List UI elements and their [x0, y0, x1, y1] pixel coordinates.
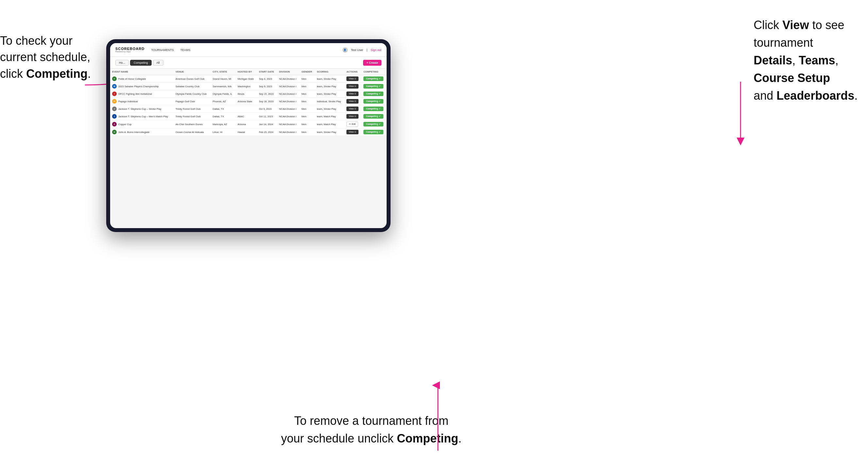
cell-competing: Competing ✓: [362, 128, 386, 136]
cell-hosted: Arizona: [236, 120, 257, 128]
cell-scoring: team, Match Play: [315, 120, 344, 128]
divider: |: [367, 49, 367, 52]
col-city: CITY, STATE: [211, 69, 236, 75]
view-button[interactable]: View ⊙: [346, 84, 359, 89]
cell-start: Sep 4, 2023: [257, 75, 277, 83]
cell-gender: Men: [300, 105, 315, 113]
competing-button[interactable]: Competing ✓: [364, 92, 383, 96]
competing-button[interactable]: Competing ✓: [364, 130, 383, 134]
view-button[interactable]: View ⊙: [346, 106, 359, 111]
cell-gender: Men: [300, 75, 315, 83]
cell-event-name: J Jackson T. Stephens Cup – Stroke Play: [110, 105, 174, 113]
table-row: W 2023 Sahalee Players Championship Saha…: [110, 83, 386, 90]
col-start: START DATE: [257, 69, 277, 75]
table-row: I OFCC Fighting Illini Invitational Olym…: [110, 90, 386, 98]
cell-start: Sep 15, 2023: [257, 90, 277, 98]
competing-button[interactable]: Competing ✓: [364, 84, 383, 89]
cell-venue: Ocean Course At Hokuala: [174, 128, 211, 136]
view-button[interactable]: View ⊙: [346, 76, 359, 81]
view-button[interactable]: View ⊙: [346, 130, 359, 134]
cell-hosted: Hawaii: [236, 128, 257, 136]
cell-venue: Sahalee Country Club: [174, 83, 211, 90]
cell-division: NCAA Division I: [277, 113, 300, 120]
cell-scoring: team, Stroke Play: [315, 90, 344, 98]
cell-division: NCAA Division I: [277, 75, 300, 83]
cell-event-name: P Papago Individual: [110, 98, 174, 105]
create-button[interactable]: + Create: [363, 60, 381, 66]
view-button[interactable]: View ⊙: [346, 92, 359, 96]
cell-actions: View ⊙: [344, 98, 362, 105]
filter-tabs: Ho... Competing All: [115, 60, 163, 66]
cell-competing: Competing ✓: [362, 105, 386, 113]
cell-division: NCAA Division I: [277, 120, 300, 128]
cell-venue: Olympia Fields Country Club: [174, 90, 211, 98]
cell-actions: View ⊙: [344, 75, 362, 83]
cell-scoring: team, Match Play: [315, 113, 344, 120]
col-hosted: HOSTED BY: [236, 69, 257, 75]
filter-tab-competing[interactable]: Competing: [130, 60, 152, 66]
scoreboard-title: SCOREBOARD: [115, 47, 145, 51]
cell-gender: Men: [300, 83, 315, 90]
cell-event-name: F Folds of Honor Collegiate: [110, 75, 174, 83]
cell-competing: Competing ✓: [362, 90, 386, 98]
sign-out-link[interactable]: Sign out: [371, 49, 381, 52]
cell-gender: Men: [300, 90, 315, 98]
annotation-bottom: To remove a tournament from your schedul…: [281, 412, 461, 447]
view-button[interactable]: View ⊙: [346, 114, 359, 119]
tablet-frame: SCOREBOARD Powered by clippi TOURNAMENTS…: [106, 39, 391, 232]
app-bar-left: SCOREBOARD Powered by clippi TOURNAMENTS…: [115, 47, 190, 53]
table-row: J Jackson T. Stephens Cup – Stroke Play …: [110, 105, 386, 113]
cell-hosted: ABAC: [236, 113, 257, 120]
table-row: P Papago Individual Papago Golf Club Pho…: [110, 98, 386, 105]
view-button[interactable]: View ⊙: [346, 99, 359, 103]
table-row: F Folds of Honor Collegiate American Dun…: [110, 75, 386, 83]
cell-competing: Competing ✓: [362, 120, 386, 128]
cell-city: Dallas, TX: [211, 105, 236, 113]
cell-scoring: team, Stroke Play: [315, 105, 344, 113]
col-scoring: SCORING: [315, 69, 344, 75]
cell-city: Maricopa, AZ: [211, 120, 236, 128]
cell-division: NCAA Division I: [277, 128, 300, 136]
cell-hosted: Washington: [236, 83, 257, 90]
cell-start: Sep 9, 2023: [257, 83, 277, 90]
cell-competing: Competing ✓: [362, 75, 386, 83]
cell-division: NCAA Division I: [277, 98, 300, 105]
competing-button[interactable]: Competing ✓: [364, 122, 383, 126]
user-name: Test User: [351, 49, 364, 52]
nav-teams[interactable]: TEAMS: [180, 49, 190, 52]
table-container[interactable]: EVENT NAME VENUE CITY, STATE HOSTED BY S…: [110, 69, 386, 228]
table-row: J Jackson T. Stephens Cup – Men's Match …: [110, 113, 386, 120]
competing-button[interactable]: Competing ✓: [364, 106, 383, 111]
scoreboard-sub: Powered by clippi: [115, 51, 145, 53]
cell-venue: American Dunes Golf Club: [174, 75, 211, 83]
competing-button[interactable]: Competing ✓: [364, 114, 383, 119]
cell-hosted: Arizona State: [236, 98, 257, 105]
cell-venue: Trinity Forest Golf Club: [174, 105, 211, 113]
cell-scoring: team, Stroke Play: [315, 83, 344, 90]
cell-event-name: W 2023 Sahalee Players Championship: [110, 83, 174, 90]
cell-gender: Men: [300, 128, 315, 136]
competing-button[interactable]: Competing ✓: [364, 76, 383, 81]
cell-actions: View ⊙: [344, 128, 362, 136]
cell-start: Jan 14, 2024: [257, 120, 277, 128]
competing-button[interactable]: Competing ✓: [364, 99, 383, 103]
col-gender: GENDER: [300, 69, 315, 75]
cell-competing: Competing ✓: [362, 113, 386, 120]
edit-button[interactable]: ✏ Edit: [346, 122, 358, 127]
cell-hosted: [236, 105, 257, 113]
cell-actions: View ⊙: [344, 113, 362, 120]
filter-tab-all[interactable]: All: [153, 60, 163, 66]
cell-hosted: Illinois: [236, 90, 257, 98]
annotation-left: To check yourcurrent schedule,click Comp…: [0, 33, 95, 82]
filter-tab-home[interactable]: Ho...: [115, 60, 129, 66]
nav-tournaments[interactable]: TOURNAMENTS: [151, 49, 174, 52]
app-bar-right: 👤 Test User | Sign out: [342, 48, 381, 53]
cell-start: Feb 15, 2024: [257, 128, 277, 136]
col-actions: ACTIONS: [344, 69, 362, 75]
annotation-right: Click View to seetournamentDetails, Team…: [754, 16, 865, 104]
filter-bar: Ho... Competing All + Create: [110, 57, 386, 69]
cell-event-name: J Jackson T. Stephens Cup – Men's Match …: [110, 113, 174, 120]
cell-actions: View ⊙: [344, 83, 362, 90]
col-division: DIVISION: [277, 69, 300, 75]
cell-event-name: H John A. Burns Intercollegiate: [110, 128, 174, 136]
